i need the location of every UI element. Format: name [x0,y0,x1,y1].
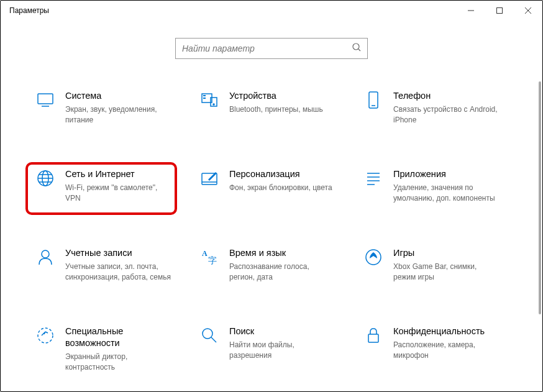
category-desc: Экран, звук, уведомления, питание [65,104,171,125]
personalization-icon [196,168,223,196]
svg-rect-11 [203,95,206,96]
search-box[interactable] [175,38,368,59]
accounts-icon [32,247,59,275]
search-icon [352,43,361,54]
category-phone[interactable]: Телефон Связать устройство с Android, iP… [360,90,511,125]
svg-point-4 [353,43,359,50]
apps-icon [360,168,387,196]
category-system[interactable]: Система Экран, звук, уведомления, питани… [32,90,183,125]
category-desc: Распознавание голоса, регион, дата [229,262,335,283]
svg-line-32 [211,337,216,342]
svg-point-31 [203,329,212,339]
category-title: Телефон [393,90,499,102]
category-desc: Bluetooth, принтеры, мышь [229,104,323,115]
category-desc: Связать устройство с Android, iPhone [393,104,499,125]
time-language-icon: A字 [196,247,223,275]
window-controls [457,1,542,21]
search-cat-icon [196,326,223,353]
category-title: Специальные возможности [65,326,171,349]
svg-rect-12 [203,98,206,99]
category-accounts[interactable]: Учетные записи Учетные записи, эл. почта… [32,247,183,282]
svg-text:字: 字 [208,256,217,265]
category-gaming[interactable]: Игры Xbox Game Bar, снимки, режим игры [360,247,511,282]
network-icon [32,168,59,196]
svg-line-5 [358,49,360,51]
category-title: Время и язык [229,247,335,259]
svg-point-30 [38,328,53,343]
category-devices[interactable]: Устройства Bluetooth, принтеры, мышь [196,90,347,125]
phone-icon [360,90,387,117]
settings-grid: Система Экран, звук, уведомления, питани… [1,65,542,373]
svg-point-10 [213,104,214,105]
svg-point-26 [42,250,49,258]
category-desc: Фон, экран блокировки, цвета [229,183,332,193]
category-title: Игры [393,247,499,259]
category-desc: Wi-Fi, режим "в самолете", VPN [65,183,171,204]
category-time-language[interactable]: A字 Время и язык Распознавание голоса, ре… [196,247,347,282]
category-title: Персонализация [229,168,332,180]
svg-rect-1 [497,8,503,14]
category-desc: Учетные записи, эл. почта, синхронизация… [65,262,171,283]
category-desc: Xbox Game Bar, снимки, режим игры [393,262,499,283]
search-container [1,21,542,65]
gaming-icon [360,247,387,275]
maximize-button[interactable] [485,1,514,21]
devices-icon [196,90,223,117]
close-button[interactable] [514,1,542,21]
minimize-icon [468,7,474,14]
category-title: Устройства [229,90,323,102]
category-personalization[interactable]: Персонализация Фон, экран блокировки, цв… [196,168,347,203]
svg-rect-6 [38,94,53,104]
svg-text:A: A [202,249,208,258]
search-input[interactable] [182,43,352,53]
category-title: Приложения [393,168,499,180]
scrollbar[interactable] [539,81,541,314]
maximize-icon [496,7,503,14]
category-title: Система [65,90,171,102]
category-apps[interactable]: Приложения Удаление, значения по умолчан… [360,168,511,203]
category-network[interactable]: Сеть и Интернет Wi-Fi, режим "в самолете… [32,168,183,203]
category-desc: Экранный диктор, контрастность [65,352,171,373]
category-title: Поиск [229,326,335,337]
category-privacy[interactable]: Конфиденциальность Расположение, камера,… [360,326,511,372]
minimize-button[interactable] [457,1,485,21]
category-accessibility[interactable]: Специальные возможности Экранный диктор,… [32,326,183,372]
category-desc: Удаление, значения по умолчанию, доп. ко… [393,183,499,204]
category-search[interactable]: Поиск Найти мои файлы, разрешения [196,326,347,372]
category-title: Учетные записи [65,247,171,259]
category-title: Конфиденциальность [393,326,499,337]
category-desc: Найти мои файлы, разрешения [229,340,335,361]
close-icon [525,7,531,14]
category-desc: Расположение, камера, микрофон [393,340,499,361]
category-title: Сеть и Интернет [65,168,171,180]
privacy-icon [360,326,387,353]
window-title: Параметры [9,6,49,15]
svg-point-29 [366,250,381,265]
svg-rect-33 [368,334,378,342]
system-icon [32,90,59,117]
accessibility-icon [32,326,59,353]
